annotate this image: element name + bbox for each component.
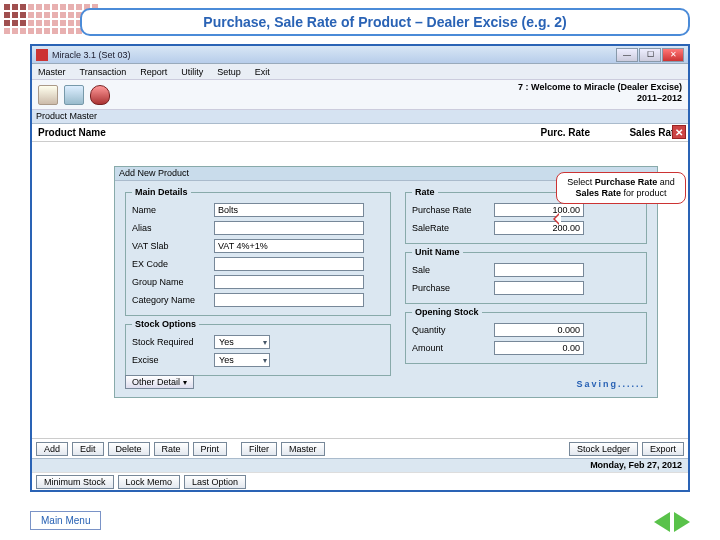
menu-utility[interactable]: Utility (181, 67, 203, 77)
lbl-saleunit: Sale (412, 265, 488, 275)
welcome-text: 7 : Welcome to Miracle (Dealer Excise) 2… (518, 82, 682, 104)
lbl-purchrate: Purchase Rate (412, 205, 488, 215)
nav-arrows (654, 512, 690, 532)
main-details-group: Main Details Name Alias VAT Slab EX Code… (125, 187, 391, 316)
opening-stock-group: Opening Stock Quantity Amount (405, 307, 647, 364)
print-button[interactable]: Print (193, 442, 228, 456)
menu-master[interactable]: Master (38, 67, 66, 77)
min-stock-button[interactable]: Minimum Stock (36, 475, 114, 489)
add-button[interactable]: Add (36, 442, 68, 456)
lbl-purchunit: Purchase (412, 283, 488, 293)
col-product-name: Product Name (32, 127, 508, 138)
lbl-amount: Amount (412, 343, 488, 353)
lbl-category: Category Name (132, 295, 208, 305)
toolbar: 7 : Welcome to Miracle (Dealer Excise) 2… (32, 80, 688, 110)
category-field[interactable] (214, 293, 364, 307)
stockreq-dropdown[interactable]: Yes (214, 335, 270, 349)
bottom-button-bar: Add Edit Delete Rate Print Filter Master… (32, 438, 688, 458)
excode-field[interactable] (214, 257, 364, 271)
col-purc-rate: Purc. Rate (508, 127, 598, 138)
toolbar-icon-1[interactable] (38, 85, 58, 105)
maximize-button[interactable]: ☐ (639, 48, 661, 62)
sub-button-bar: Minimum Stock Lock Memo Last Option (32, 472, 688, 490)
master-button[interactable]: Master (281, 442, 325, 456)
filter-button[interactable]: Filter (241, 442, 277, 456)
group-field[interactable] (214, 275, 364, 289)
other-detail-button[interactable]: Other Detail (125, 375, 194, 389)
stock-ledger-button[interactable]: Stock Ledger (569, 442, 638, 456)
unit-group: Unit Name Sale Purchase (405, 247, 647, 304)
purchase-rate-field[interactable] (494, 203, 584, 217)
lbl-excode: EX Code (132, 259, 208, 269)
lbl-name: Name (132, 205, 208, 215)
sale-unit-field[interactable] (494, 263, 584, 277)
slide-title: Purchase, Sale Rate of Product – Dealer … (80, 8, 690, 36)
close-button[interactable]: ✕ (662, 48, 684, 62)
toolbar-icon-2[interactable] (64, 85, 84, 105)
lbl-excise: Excise (132, 355, 208, 365)
name-field[interactable] (214, 203, 364, 217)
column-header: Product Name Purc. Rate Sales Rate ✕ (32, 124, 688, 142)
product-master-label: Product Master (32, 110, 688, 124)
quantity-field[interactable] (494, 323, 584, 337)
stock-options-group: Stock Options Stock RequiredYes ExciseYe… (125, 319, 391, 376)
lock-memo-button[interactable]: Lock Memo (118, 475, 181, 489)
menu-setup[interactable]: Setup (217, 67, 241, 77)
alias-field[interactable] (214, 221, 364, 235)
menu-report[interactable]: Report (140, 67, 167, 77)
menu-transaction[interactable]: Transaction (80, 67, 127, 77)
panel-close-icon[interactable]: ✕ (672, 125, 686, 139)
titlebar: Miracle 3.1 (Set 03) — ☐ ✕ (32, 46, 688, 64)
edit-button[interactable]: Edit (72, 442, 104, 456)
menu-exit[interactable]: Exit (255, 67, 270, 77)
purchase-unit-field[interactable] (494, 281, 584, 295)
sale-rate-field[interactable] (494, 221, 584, 235)
callout-tooltip: Select Purchase Rate and Sales Rate for … (556, 172, 686, 204)
export-button[interactable]: Export (642, 442, 684, 456)
lbl-group: Group Name (132, 277, 208, 287)
menubar: Master Transaction Report Utility Setup … (32, 64, 688, 80)
next-slide-arrow-icon[interactable] (674, 512, 690, 532)
app-icon (36, 49, 48, 61)
last-option-button[interactable]: Last Option (184, 475, 246, 489)
content-area: Select Purchase Rate and Sales Rate for … (32, 142, 688, 438)
prev-slide-arrow-icon[interactable] (654, 512, 670, 532)
lbl-vatslab: VAT Slab (132, 241, 208, 251)
minimize-button[interactable]: — (616, 48, 638, 62)
rate-button[interactable]: Rate (154, 442, 189, 456)
saving-status: Saving...... (576, 379, 645, 389)
lbl-qty: Quantity (412, 325, 488, 335)
amount-field[interactable] (494, 341, 584, 355)
app-window: Miracle 3.1 (Set 03) — ☐ ✕ Master Transa… (30, 44, 690, 492)
window-title: Miracle 3.1 (Set 03) (52, 50, 616, 60)
vatslab-field[interactable] (214, 239, 364, 253)
lbl-alias: Alias (132, 223, 208, 233)
lbl-salerate: SaleRate (412, 223, 488, 233)
lbl-stockreq: Stock Required (132, 337, 208, 347)
delete-button[interactable]: Delete (108, 442, 150, 456)
status-date: Monday, Feb 27, 2012 (32, 458, 688, 472)
toolbar-icon-3[interactable] (90, 85, 110, 105)
main-menu-button[interactable]: Main Menu (30, 511, 101, 530)
excise-dropdown[interactable]: Yes (214, 353, 270, 367)
